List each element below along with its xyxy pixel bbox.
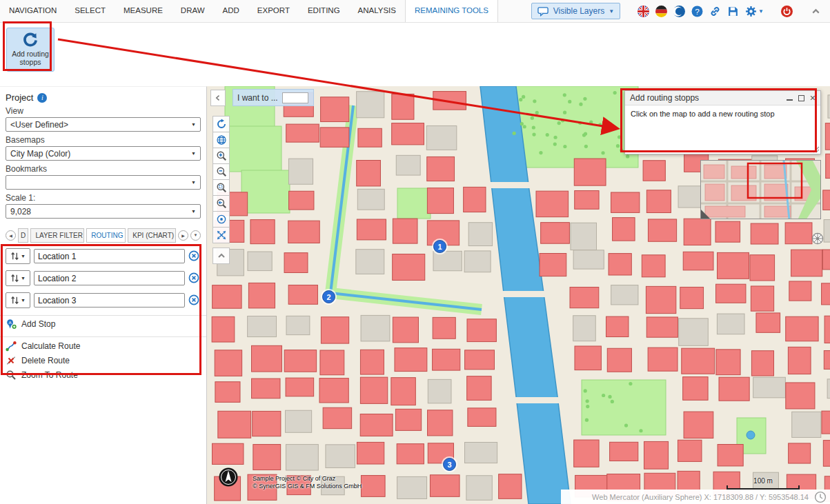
bookmarks-label: Bookmarks bbox=[6, 165, 201, 174]
menu-tab-navigation[interactable]: NAVIGATION bbox=[0, 0, 66, 22]
gear-icon bbox=[745, 6, 757, 17]
header-controls: Visible Layers ▼ ? bbox=[531, 3, 830, 19]
add-routing-stopps-button[interactable]: Add routing stopps bbox=[6, 28, 55, 72]
project-title: Project bbox=[6, 92, 33, 103]
compass-icon[interactable] bbox=[811, 232, 824, 245]
chevron-down-icon: ▼ bbox=[191, 209, 196, 214]
add-stop-button[interactable]: A Add Stop bbox=[6, 318, 201, 330]
divider bbox=[0, 315, 206, 316]
tab-truncated[interactable]: D bbox=[18, 228, 28, 243]
scale-select[interactable]: 9,028▼ bbox=[6, 204, 201, 219]
svg-text:?: ? bbox=[695, 6, 700, 15]
share-link-icon[interactable] bbox=[709, 6, 721, 17]
cop yright-line1: Sample Project © City of Graz bbox=[253, 475, 362, 483]
tabs-scroll-left-icon[interactable]: ◀ bbox=[6, 230, 16, 241]
zoom-in-icon[interactable] bbox=[213, 148, 230, 164]
resize-handle[interactable] bbox=[813, 146, 820, 153]
zoom-to-route-label: Zoom To Route bbox=[21, 370, 78, 380]
history-clock-icon[interactable] bbox=[814, 491, 827, 503]
view-select[interactable]: <User Defined>▼ bbox=[6, 117, 201, 132]
i-want-to-input[interactable] bbox=[282, 92, 308, 103]
chevron-down-icon: ▼ bbox=[191, 151, 196, 156]
delete-route-button[interactable]: Delete Route bbox=[6, 354, 201, 366]
refresh-map-icon[interactable] bbox=[213, 116, 230, 132]
delete-route-icon bbox=[6, 355, 17, 366]
routing-stop-input-3[interactable] bbox=[34, 293, 185, 308]
bookmarks-select[interactable]: ▼ bbox=[6, 175, 201, 190]
calculate-route-label: Calculate Route bbox=[21, 341, 80, 351]
route-marker-1[interactable]: 1 bbox=[433, 240, 446, 253]
overview-map[interactable] bbox=[700, 160, 821, 219]
center-map-icon[interactable] bbox=[213, 211, 230, 228]
i-want-to-widget[interactable]: I want to ... bbox=[233, 89, 314, 106]
map-copyright: Sample Project © City of Graz © SynerGIS… bbox=[253, 475, 362, 490]
routing-stop-input-1[interactable] bbox=[34, 249, 185, 263]
exit-power-icon[interactable] bbox=[781, 6, 793, 17]
scale-select-value: 9,028 bbox=[10, 207, 31, 216]
routing-stop-row-3: ▼ bbox=[6, 292, 201, 308]
chevron-down-icon: ▼ bbox=[758, 8, 764, 14]
collapse-sidebar-icon[interactable] bbox=[210, 90, 226, 106]
visible-layers-button[interactable]: Visible Layers ▼ bbox=[531, 3, 620, 19]
language-german-flag-icon[interactable] bbox=[655, 6, 667, 17]
menu-tab-select[interactable]: SELECT bbox=[66, 0, 115, 22]
calculate-route-button[interactable]: Calculate Route bbox=[6, 340, 201, 352]
full-extent-globe-icon[interactable] bbox=[213, 132, 230, 148]
help-icon[interactable]: ? bbox=[691, 6, 703, 17]
divider bbox=[0, 336, 206, 337]
sidebar-panel: Project i View <User Defined>▼ Basemaps … bbox=[0, 86, 207, 504]
zoom-window-icon[interactable] bbox=[213, 179, 230, 196]
route-marker-2[interactable]: 2 bbox=[322, 290, 335, 303]
chevron-down-icon: ▼ bbox=[21, 298, 26, 303]
add-stop-icon: A bbox=[6, 319, 17, 330]
calculate-route-icon bbox=[6, 341, 17, 352]
menu-tab-analysis[interactable]: ANALYSIS bbox=[349, 0, 405, 22]
remove-stop-icon-3[interactable] bbox=[188, 294, 201, 307]
settings-gear-icon[interactable]: ▼ bbox=[745, 6, 764, 17]
add-routing-stopps-dialog: Add routing stopps × Click on the map to… bbox=[624, 90, 821, 154]
remove-stop-icon-1[interactable] bbox=[188, 250, 201, 263]
tab-kpi-chart[interactable]: KPI (CHART) bbox=[128, 228, 176, 243]
north-arrow-icon bbox=[218, 467, 239, 487]
tabs-menu-icon[interactable]: ▼ bbox=[190, 230, 201, 241]
language-english-flag-icon[interactable] bbox=[638, 6, 649, 17]
zoom-out-icon[interactable] bbox=[213, 163, 230, 180]
collapse-ribbon-icon[interactable] bbox=[810, 6, 822, 17]
stop-options-dropdown-1[interactable]: ▼ bbox=[6, 248, 30, 264]
menu-tab-export[interactable]: EXPORT bbox=[248, 0, 299, 22]
dialog-titlebar[interactable]: Add routing stopps × bbox=[625, 91, 820, 105]
menu-tab-draw[interactable]: DRAW bbox=[172, 0, 214, 22]
close-icon[interactable]: × bbox=[810, 93, 816, 103]
stop-options-dropdown-2[interactable]: ▼ bbox=[6, 270, 30, 286]
overview-collapse-icon[interactable] bbox=[701, 210, 710, 219]
menu-tab-editing[interactable]: EDITING bbox=[299, 0, 349, 22]
menu-tab-remaining-tools[interactable]: REMAINING TOOLS bbox=[405, 0, 498, 22]
stop-options-dropdown-3[interactable]: ▼ bbox=[6, 292, 30, 308]
menu-tab-measure[interactable]: MEASURE bbox=[115, 0, 172, 22]
menu-tabs: NAVIGATION SELECT MEASURE DRAW ADD EXPOR… bbox=[0, 0, 498, 22]
collapse-toolbar-icon[interactable] bbox=[213, 248, 230, 264]
info-icon[interactable]: i bbox=[37, 93, 47, 103]
tab-routing[interactable]: ROUTING bbox=[86, 228, 126, 243]
menu-bar: NAVIGATION SELECT MEASURE DRAW ADD EXPOR… bbox=[0, 0, 830, 23]
tabs-scroll-right-icon[interactable]: ▶ bbox=[178, 230, 188, 241]
maximize-icon[interactable] bbox=[798, 95, 804, 101]
basemaps-select[interactable]: City Map (Color)▼ bbox=[6, 146, 201, 161]
menu-tab-add[interactable]: ADD bbox=[214, 0, 248, 22]
dialog-body: Click on the map to add a new routing st… bbox=[625, 105, 820, 154]
tab-layer-filter[interactable]: LAYER FILTER bbox=[30, 228, 84, 243]
basemaps-select-value: City Map (Color) bbox=[10, 149, 70, 159]
zoom-previous-icon[interactable] bbox=[213, 195, 230, 212]
pan-extent-arrows-icon[interactable] bbox=[213, 227, 230, 243]
copyright-line2: © SynerGIS GIS & FM Solutions GmbH bbox=[253, 483, 362, 490]
brand-circle-icon[interactable] bbox=[673, 6, 685, 17]
save-project-icon[interactable] bbox=[727, 6, 739, 17]
zoom-to-route-button[interactable]: Zoom To Route bbox=[6, 369, 201, 381]
remove-stop-icon-2[interactable] bbox=[188, 272, 201, 285]
dialog-window-buttons: × bbox=[787, 93, 816, 103]
minimize-icon[interactable] bbox=[787, 95, 793, 101]
route-marker-3[interactable]: 3 bbox=[443, 458, 456, 471]
dialog-title: Add routing stopps bbox=[630, 93, 699, 103]
chevron-down-icon: ▼ bbox=[21, 276, 26, 281]
routing-stop-input-2[interactable] bbox=[34, 271, 185, 285]
